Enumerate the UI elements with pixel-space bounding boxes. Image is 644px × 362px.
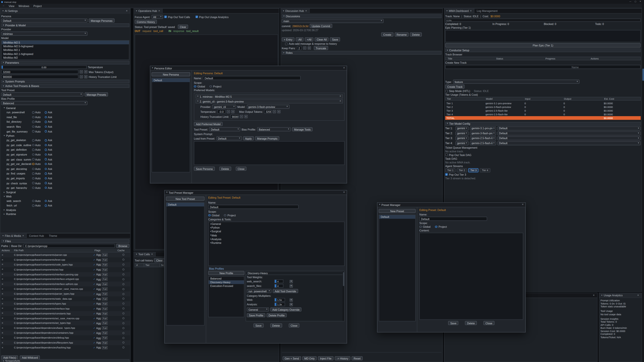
- manage-presets-button[interactable]: Manage Presets: [84, 92, 108, 96]
- track-name-input[interactable]: Name: [445, 65, 641, 69]
- auto-add-checkbox[interactable]: [285, 42, 288, 45]
- increment-button[interactable]: [244, 115, 248, 118]
- history-limit-input[interactable]: 900000: [1, 75, 78, 79]
- maximize-icon[interactable]: [634, 1, 636, 3]
- new-profile-button[interactable]: New Profile: [208, 271, 244, 275]
- stream-tab[interactable]: Tier 3: [468, 168, 479, 172]
- save-button[interactable]: Save: [254, 324, 264, 328]
- auto-radio[interactable]: [32, 168, 34, 170]
- remove-file-icon[interactable]: [0, 298, 4, 300]
- composer-button[interactable]: Reset: [352, 356, 362, 360]
- tier-preset-select[interactable]: Default: [498, 136, 641, 140]
- track-type-select[interactable]: feature: [453, 80, 580, 84]
- tool-group-runtime[interactable]: Runtime: [0, 212, 130, 216]
- tool-preset-list-item[interactable]: Default: [166, 203, 204, 207]
- manage-prompts-button[interactable]: Manage Prompts: [255, 136, 280, 140]
- ask-radio[interactable]: [45, 125, 47, 128]
- save-button[interactable]: Save: [448, 321, 458, 325]
- minimize-icon[interactable]: [630, 1, 631, 3]
- ask-radio[interactable]: [45, 204, 47, 207]
- clear-button[interactable]: Clear: [178, 25, 188, 29]
- parameters-section-header[interactable]: Parameters: [1, 61, 129, 64]
- preset-name-input[interactable]: Default: [208, 205, 299, 209]
- tier-provider-select[interactable]: gemini: [456, 136, 468, 140]
- temperature-input[interactable]: -0.0: [217, 110, 226, 114]
- tier-model-select[interactable]: gemini-3-flash-preview: [470, 131, 496, 135]
- stream-tab[interactable]: Tier 2: [457, 168, 467, 172]
- auto-radio[interactable]: [32, 149, 34, 151]
- decrement-button[interactable]: [273, 110, 276, 113]
- tier-model-select[interactable]: gemini-2.5-flash-lite: [470, 141, 496, 145]
- close-icon[interactable]: [593, 294, 595, 296]
- ask-radio[interactable]: [45, 158, 47, 160]
- auto-radio[interactable]: [32, 130, 34, 132]
- conductor-setup-header[interactable]: Conductor Setup: [445, 48, 641, 52]
- close-icon[interactable]: [158, 10, 160, 12]
- remove-file-icon[interactable]: [0, 322, 4, 325]
- ask-radio[interactable]: [45, 130, 47, 132]
- close-icon[interactable]: [343, 191, 345, 194]
- weight-input[interactable]: 4: [274, 280, 284, 283]
- ask-radio[interactable]: [45, 182, 47, 184]
- agg-check-icon[interactable]: [93, 254, 95, 256]
- agg-check-icon[interactable]: [93, 307, 95, 310]
- base-dir-input[interactable]: C:/projects/gencpp: [24, 244, 115, 248]
- preset-list-item[interactable]: Default: [379, 215, 415, 219]
- remove-model-icon[interactable]: [340, 95, 341, 97]
- agg-check-icon[interactable]: [93, 278, 95, 281]
- rename-discussion-button[interactable]: Rename: [394, 32, 409, 36]
- increment-button[interactable]: [277, 110, 280, 113]
- window-close-icon[interactable]: [640, 1, 641, 3]
- agg-check-icon[interactable]: [93, 273, 95, 276]
- remove-file-icon[interactable]: [0, 254, 4, 256]
- new-preset-button[interactable]: New Preset: [379, 209, 416, 213]
- plus-all-button[interactable]: +All: [305, 37, 314, 41]
- update-commit-button[interactable]: Update Commit: [310, 24, 332, 28]
- agg-check-icon[interactable]: [93, 258, 95, 261]
- tier-provider-select[interactable]: gemini: [456, 126, 468, 130]
- tool-presets-section-header[interactable]: Active Tool Presets & Biases: [1, 84, 129, 88]
- tab-mma-dashboard[interactable]: MMA Dashboard: [444, 8, 474, 13]
- auto-radio[interactable]: [32, 163, 34, 165]
- close-icon[interactable]: [305, 10, 307, 12]
- delete-button[interactable]: Delete: [465, 321, 477, 325]
- close-icon[interactable]: [343, 67, 345, 69]
- remove-multiplier-button[interactable]: [290, 298, 293, 302]
- provider-select[interactable]: gemini_cli: [212, 105, 236, 109]
- auto-radio[interactable]: [32, 172, 34, 175]
- drag-handle-icon[interactable]: [197, 100, 198, 102]
- composer-button[interactable]: MD Only: [302, 356, 317, 360]
- bias-profile-list-item[interactable]: Execution-Focused: [209, 284, 244, 288]
- auto-radio[interactable]: [32, 182, 34, 184]
- full-toggle[interactable]: Full: [102, 292, 108, 296]
- agg-check-icon[interactable]: [93, 341, 95, 344]
- ask-radio[interactable]: [45, 111, 47, 113]
- tier-preset-select[interactable]: Default: [498, 126, 641, 130]
- remove-model-icon[interactable]: [340, 100, 341, 102]
- auto-radio[interactable]: [32, 111, 34, 113]
- full-toggle[interactable]: Full: [102, 273, 108, 276]
- clear-tool-calls-button[interactable]: Clear: [154, 258, 165, 262]
- persona-name-input[interactable]: Default: [203, 76, 301, 80]
- discussion-select[interactable]: main: [282, 19, 384, 23]
- new-tool-preset-button[interactable]: New Tool Preset: [166, 197, 204, 201]
- scope-project-radio[interactable]: [224, 214, 226, 216]
- manage-tools-button[interactable]: Manage Tools: [292, 127, 312, 131]
- plan-epic-button[interactable]: Plan Epic (Tier 1): [445, 43, 641, 48]
- ask-radio[interactable]: [45, 121, 47, 123]
- agg-check-icon[interactable]: [93, 327, 95, 329]
- manage-personas-button[interactable]: Manage Personas: [89, 18, 114, 22]
- scrollbar-thumb[interactable]: [642, 68, 644, 81]
- keep-pairs-input[interactable]: 2: [297, 46, 302, 50]
- agg-check-icon[interactable]: [93, 288, 95, 290]
- scope-global-radio[interactable]: [208, 214, 210, 216]
- persona-editor-titlebar[interactable]: Persona Editor: [150, 66, 347, 70]
- remove-file-icon[interactable]: [0, 283, 4, 285]
- tab-discussion-hub[interactable]: Discussion Hub: [281, 8, 310, 13]
- ask-radio[interactable]: [45, 168, 47, 170]
- max-output-tokens-input[interactable]: 32000: [264, 110, 272, 114]
- window-scrollbar[interactable]: [642, 4, 644, 362]
- ask-radio[interactable]: [45, 172, 47, 175]
- tool-group-python[interactable]: Python: [0, 134, 130, 138]
- decrement-button[interactable]: [80, 70, 83, 73]
